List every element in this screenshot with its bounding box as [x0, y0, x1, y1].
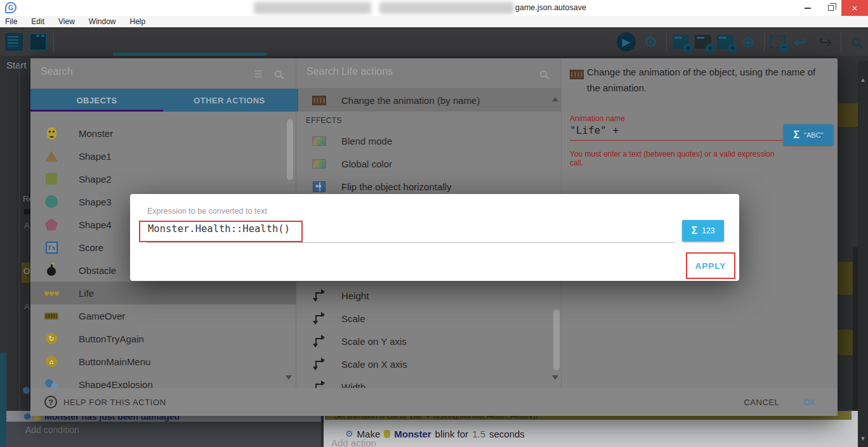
add-event-icon[interactable] — [673, 35, 689, 49]
scroll-down-icon[interactable] — [552, 375, 558, 383]
object-search-input[interactable] — [41, 66, 231, 77]
list-item-shape1[interactable]: Shape1 — [30, 145, 296, 167]
ok-button[interactable]: OK — [803, 398, 816, 407]
apply-button[interactable]: APPLY — [695, 261, 727, 271]
section-header-effects: EFFECTS — [296, 112, 561, 129]
play-icon[interactable]: ▶ — [617, 32, 636, 51]
main-toolbar: ▶ ⚙ ⊕ ↩ ↪ — [0, 27, 868, 56]
event-text-fragment: A — [24, 302, 30, 311]
list-item-height[interactable]: Height — [296, 284, 561, 307]
list-item-change-animation[interactable]: Change the animation (by name) — [296, 89, 561, 112]
animation-name-input[interactable] — [570, 124, 783, 141]
list-item-width[interactable]: Width — [296, 375, 561, 388]
add-subevent-icon[interactable] — [695, 35, 711, 49]
square-icon — [46, 173, 57, 185]
actions-column: Set animation of Life to "Life" + ToStri… — [324, 411, 858, 447]
triangle-icon — [45, 151, 58, 162]
scroll-up-icon[interactable]: ▲ — [859, 76, 867, 83]
gdevelop-logo-icon: G — [5, 2, 16, 13]
list-item-blend-mode[interactable]: Blend mode — [296, 129, 561, 152]
film-strip-icon — [570, 70, 584, 79]
action-search-input[interactable] — [306, 66, 497, 77]
hearts-icon — [44, 287, 59, 299]
list-item-scale-y[interactable]: Scale on Y axis — [296, 330, 561, 353]
search-events-icon[interactable] — [852, 38, 860, 46]
sigma-icon: Σ — [692, 225, 698, 236]
rainbow-icon — [312, 136, 326, 146]
scroll-down-icon[interactable] — [286, 375, 292, 383]
animation-name-label: Animation name — [570, 114, 625, 123]
flip-icon — [313, 181, 326, 192]
scene-tab-start[interactable]: Start — [6, 60, 27, 70]
size-arrows-icon — [315, 315, 324, 323]
debug-icon[interactable]: ⚙ — [641, 32, 661, 51]
redo-icon[interactable]: ↪ — [816, 32, 835, 51]
add-action-link[interactable]: Add action — [331, 437, 376, 447]
expression-abc-button[interactable]: Σ "ABC" — [784, 124, 833, 145]
help-icon[interactable]: ? — [44, 396, 57, 408]
film-strip-icon — [312, 96, 326, 105]
tab-other-actions[interactable]: OTHER ACTIONS — [163, 89, 296, 112]
object-list-scrollbar[interactable] — [287, 119, 293, 180]
condition-icon — [24, 413, 30, 420]
add-circle-icon[interactable]: ⊕ — [739, 32, 758, 51]
add-comment-icon[interactable] — [717, 35, 733, 49]
list-item-gameover[interactable]: GameOver — [30, 304, 296, 327]
event-sheet-scrollbar-track — [853, 247, 858, 416]
scroll-down-icon[interactable]: ▼ — [859, 435, 867, 442]
redacted-title-blur — [379, 2, 514, 14]
scene-editor-icon[interactable] — [29, 33, 47, 51]
input-underline — [147, 242, 674, 243]
bomb-icon — [47, 267, 56, 276]
menu-view[interactable]: View — [51, 17, 82, 26]
window-title: game.json.autosave — [515, 3, 586, 12]
undo-icon[interactable]: ↩ — [791, 32, 810, 51]
list-item-global-color[interactable]: Global color — [296, 152, 561, 175]
briefcase-icon — [24, 209, 30, 214]
list-item-shape4explosion[interactable]: Shape4Explosion — [30, 373, 296, 388]
event-text-fragment: O — [23, 266, 30, 276]
list-item-scale-x[interactable]: Scale on X axis — [296, 353, 561, 375]
list-item-buttontryagain[interactable]: ButtonTryAgain — [30, 327, 296, 350]
action-description: Change the animation of the object, usin… — [587, 64, 825, 96]
menu-help[interactable]: Help — [123, 17, 153, 26]
explosion-icon — [45, 379, 58, 388]
help-for-action-link[interactable]: HELP FOR THIS ACTION — [63, 398, 166, 407]
menu-bar: File Edit View Window Help — [0, 16, 868, 27]
action-text: blink for — [435, 429, 469, 439]
circle-icon — [45, 195, 58, 208]
expression-123-button[interactable]: Σ 123 — [682, 220, 724, 242]
menu-file[interactable]: File — [0, 17, 24, 26]
expression-input[interactable] — [148, 223, 668, 235]
cancel-button[interactable]: CANCEL — [744, 398, 779, 407]
size-arrows-icon — [315, 338, 324, 346]
menu-window[interactable]: Window — [82, 17, 123, 26]
close-icon[interactable]: × — [841, 0, 868, 16]
restore-icon[interactable] — [820, 0, 841, 16]
list-item-shape2[interactable]: Shape2 — [30, 167, 296, 190]
remove-event-icon[interactable] — [770, 36, 786, 48]
monster-icon — [47, 127, 56, 139]
scroll-up-icon[interactable] — [552, 94, 558, 101]
action-list-scrollbar[interactable] — [553, 309, 560, 370]
list-item-life[interactable]: Life — [30, 282, 296, 304]
add-condition-link[interactable]: Add condition — [25, 425, 79, 435]
title-bar: G game.json.autosave × — [0, 0, 868, 16]
project-manager-icon[interactable] — [5, 33, 23, 51]
toolbar-divider — [841, 32, 841, 51]
minimize-icon[interactable] — [797, 0, 819, 16]
event-text-fragment: A — [24, 221, 30, 230]
tab-objects[interactable]: OBJECTS — [30, 89, 163, 112]
home-button-icon — [46, 356, 57, 367]
object-icon-fragment — [23, 387, 30, 394]
menu-edit[interactable]: Edit — [24, 17, 51, 26]
list-item-monster[interactable]: Monster — [30, 122, 296, 145]
annotation-box-apply: APPLY — [686, 252, 735, 279]
list-item-scale[interactable]: Scale — [296, 307, 561, 330]
gameover-banner-icon — [44, 313, 58, 320]
event-sheet-scrollbar[interactable] — [858, 61, 868, 447]
selected-event-fragment — [836, 103, 858, 127]
filter-icon[interactable]: ☰ — [254, 68, 263, 80]
retry-button-icon — [46, 333, 57, 344]
list-item-buttonmainmenu[interactable]: ButtonMainMenu — [30, 350, 296, 373]
